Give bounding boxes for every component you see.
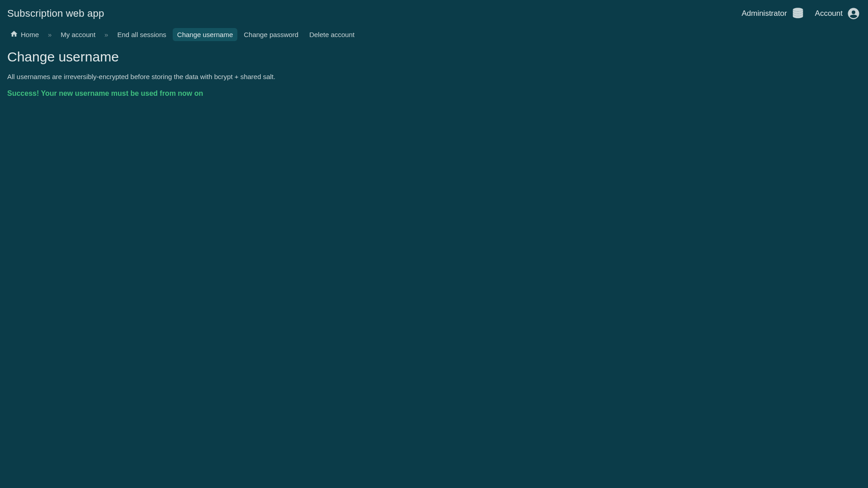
tab-label: Change password xyxy=(244,31,298,38)
app-header: Subscription web app Administrator Accou… xyxy=(0,0,868,26)
tab-label: Delete account xyxy=(309,31,354,38)
header-right: Administrator Account xyxy=(741,6,861,21)
nav-tab-row: Home » My account » End all sessions Cha… xyxy=(0,26,868,45)
account-menu[interactable]: Account xyxy=(815,6,861,21)
tab-end-all-sessions[interactable]: End all sessions xyxy=(113,28,170,41)
home-icon xyxy=(10,30,18,39)
app-title: Subscription web app xyxy=(7,8,104,19)
tab-change-username[interactable]: Change username xyxy=(173,28,237,41)
svg-point-0 xyxy=(793,8,803,11)
tab-change-password[interactable]: Change password xyxy=(239,28,303,41)
breadcrumb-home-label: Home xyxy=(21,31,39,38)
database-icon xyxy=(791,6,805,21)
page-content: Change username All usernames are irreve… xyxy=(0,45,868,100)
account-menu-label: Account xyxy=(815,9,843,18)
admin-menu-label: Administrator xyxy=(741,9,787,18)
success-message: Success! Your new username must be used … xyxy=(7,89,861,98)
breadcrumb-separator: » xyxy=(45,31,54,38)
admin-menu[interactable]: Administrator xyxy=(741,6,805,21)
page-title: Change username xyxy=(7,49,861,65)
tab-delete-account[interactable]: Delete account xyxy=(305,28,359,41)
tab-label: Change username xyxy=(177,31,233,38)
info-text: All usernames are irreversibly-encrypted… xyxy=(7,73,861,80)
breadcrumb-home[interactable]: Home xyxy=(5,27,43,42)
breadcrumb-my-account-label: My account xyxy=(61,31,95,38)
breadcrumb-separator: » xyxy=(102,31,111,38)
breadcrumb-my-account[interactable]: My account xyxy=(56,28,100,41)
account-circle-icon xyxy=(846,6,861,21)
tab-label: End all sessions xyxy=(117,31,166,38)
